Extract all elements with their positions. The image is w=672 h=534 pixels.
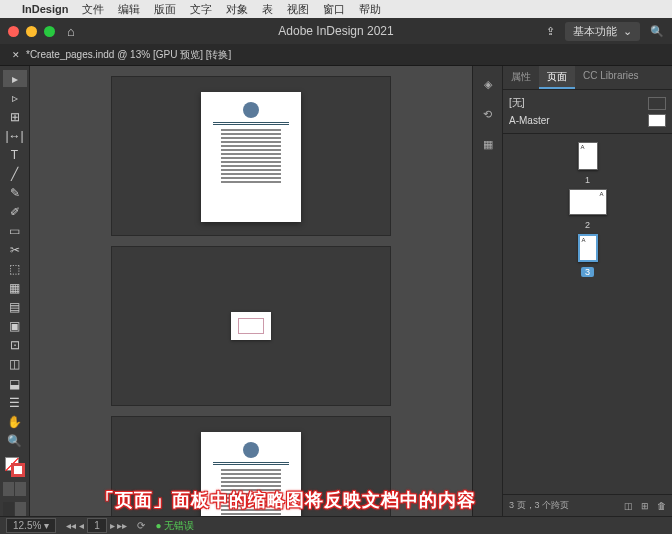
edit-page-size-icon[interactable]: ◫ bbox=[624, 501, 633, 511]
color-theme-tool[interactable]: ◫ bbox=[3, 356, 27, 373]
pencil-tool[interactable]: ✐ bbox=[3, 203, 27, 220]
menu-window[interactable]: 窗口 bbox=[323, 2, 345, 17]
pages-panel-footer: 3 页，3 个跨页 ◫ ⊞ 🗑 bbox=[503, 494, 672, 516]
stroke-swatch[interactable] bbox=[11, 463, 25, 477]
tab-properties[interactable]: 属性 bbox=[503, 66, 539, 89]
master-label: A-Master bbox=[509, 115, 550, 126]
close-window-button[interactable] bbox=[8, 26, 19, 37]
hand-tool[interactable]: ✋ bbox=[3, 413, 27, 430]
page-thumb-2[interactable]: A bbox=[569, 189, 607, 215]
zoom-tool[interactable]: 🔍 bbox=[3, 432, 27, 449]
master-none[interactable]: [无] bbox=[509, 94, 666, 112]
page-count-label: 3 页，3 个跨页 bbox=[509, 499, 569, 512]
tab-cclibraries[interactable]: CC Libraries bbox=[575, 66, 647, 89]
pages-panel: 属性 页面 CC Libraries [无] A-Master A 1 A 2 … bbox=[502, 66, 672, 516]
app-name[interactable]: InDesign bbox=[22, 3, 68, 15]
workspace-selector[interactable]: 基本功能 ⌄ bbox=[565, 22, 640, 41]
apply-gradient-button[interactable] bbox=[15, 482, 26, 496]
note-tool[interactable]: ⊡ bbox=[3, 337, 27, 354]
properties-panel-icon[interactable]: ▦ bbox=[478, 134, 498, 154]
doc-logo bbox=[243, 442, 259, 458]
master-label: [无] bbox=[509, 96, 525, 110]
document-tab-label: *Create_pages.indd @ 13% [GPU 预览] [转换] bbox=[26, 48, 231, 62]
gap-tool[interactable]: |↔| bbox=[3, 127, 27, 144]
menu-file[interactable]: 文件 bbox=[82, 2, 104, 17]
page-num-1: 1 bbox=[585, 175, 590, 185]
gradient-swatch-tool[interactable]: ▤ bbox=[3, 299, 27, 316]
delete-page-icon[interactable]: 🗑 bbox=[657, 501, 666, 511]
search-icon[interactable]: 🔍 bbox=[650, 25, 664, 38]
gradient-feather-tool[interactable]: ▣ bbox=[3, 318, 27, 335]
document-tabs: ✕ *Create_pages.indd @ 13% [GPU 预览] [转换] bbox=[0, 44, 672, 66]
apply-color-toggles bbox=[3, 482, 26, 496]
fill-stroke-swatch[interactable] bbox=[3, 457, 27, 476]
tab-pages[interactable]: 页面 bbox=[539, 66, 575, 89]
master-thumb-none bbox=[648, 97, 666, 110]
masters-section: [无] A-Master bbox=[503, 90, 672, 134]
view-mode-toggles bbox=[3, 502, 26, 516]
pen-tool[interactable]: ✎ bbox=[3, 184, 27, 201]
cc-libraries-icon[interactable]: ◈ bbox=[478, 74, 498, 94]
measure-tool[interactable]: ☰ bbox=[3, 394, 27, 411]
page-num-2: 2 bbox=[585, 220, 590, 230]
preview-view-button[interactable] bbox=[15, 502, 26, 516]
menu-view[interactable]: 视图 bbox=[287, 2, 309, 17]
menu-help[interactable]: 帮助 bbox=[359, 2, 381, 17]
main-area: ▸ ▹ ⊞ |↔| T ╱ ✎ ✐ ▭ ✂ ⬚ ▦ ▤ ▣ ⊡ ◫ ⬓ ☰ ✋ … bbox=[0, 66, 672, 516]
direct-selection-tool[interactable]: ▹ bbox=[3, 89, 27, 106]
menu-type[interactable]: 文字 bbox=[190, 2, 212, 17]
rectangle-frame-tool[interactable]: ▭ bbox=[3, 223, 27, 240]
page-nav: ◂◂ ◂ 1 ▸ ▸▸ bbox=[66, 518, 127, 533]
scissors-tool[interactable]: ✂ bbox=[3, 242, 27, 259]
status-bar: 12.5% ▾ ◂◂ ◂ 1 ▸ ▸▸ ⟳ ● 无错误 bbox=[0, 516, 672, 534]
pages-thumbnails: A 1 A 2 A 3 bbox=[503, 134, 672, 494]
menu-object[interactable]: 对象 bbox=[226, 2, 248, 17]
pages-panel-icon[interactable]: ⟲ bbox=[478, 104, 498, 124]
spread-2[interactable] bbox=[111, 246, 391, 406]
app-title: Adobe InDesign 2021 bbox=[278, 24, 393, 38]
page-num-3: 3 bbox=[581, 267, 594, 277]
document-tab[interactable]: ✕ *Create_pages.indd @ 13% [GPU 预览] [转换] bbox=[4, 48, 239, 62]
free-transform-tool[interactable]: ▦ bbox=[3, 280, 27, 297]
spread-1[interactable] bbox=[111, 76, 391, 236]
panel-dock-strip: ◈ ⟲ ▦ bbox=[472, 66, 502, 516]
maximize-window-button[interactable] bbox=[44, 26, 55, 37]
master-thumb-a bbox=[648, 114, 666, 127]
type-tool[interactable]: T bbox=[3, 146, 27, 163]
chevron-down-icon: ▾ bbox=[44, 520, 49, 531]
page-1-preview[interactable] bbox=[201, 92, 301, 222]
minimize-window-button[interactable] bbox=[26, 26, 37, 37]
tools-toolbar: ▸ ▹ ⊞ |↔| T ╱ ✎ ✐ ▭ ✂ ⬚ ▦ ▤ ▣ ⊡ ◫ ⬓ ☰ ✋ … bbox=[0, 66, 30, 516]
close-tab-icon[interactable]: ✕ bbox=[12, 50, 20, 60]
line-tool[interactable]: ╱ bbox=[3, 165, 27, 182]
panel-tabs: 属性 页面 CC Libraries bbox=[503, 66, 672, 90]
apply-color-button[interactable] bbox=[3, 482, 14, 496]
workspace-label: 基本功能 bbox=[573, 24, 617, 39]
new-page-icon[interactable]: ⊞ bbox=[641, 501, 649, 511]
last-page-button[interactable]: ▸ ▸▸ bbox=[110, 520, 128, 531]
menu-layout[interactable]: 版面 bbox=[154, 2, 176, 17]
page-thumb-1[interactable]: A bbox=[578, 142, 598, 170]
menu-edit[interactable]: 编辑 bbox=[118, 2, 140, 17]
rectangle-tool[interactable]: ⬚ bbox=[3, 261, 27, 278]
zoom-selector[interactable]: 12.5% ▾ bbox=[6, 518, 56, 533]
preflight-status[interactable]: ● 无错误 bbox=[155, 519, 194, 533]
page-thumb-3[interactable]: A bbox=[578, 234, 598, 262]
tutorial-annotation: 「页面」面板中的缩略图将反映文档中的内容 bbox=[96, 488, 476, 512]
selection-tool[interactable]: ▸ bbox=[3, 70, 27, 87]
chevron-down-icon: ⌄ bbox=[623, 25, 632, 38]
work-indicator-icon: ⟳ bbox=[137, 520, 145, 531]
doc-logo bbox=[243, 102, 259, 118]
share-icon[interactable]: ⇪ bbox=[546, 25, 555, 38]
app-titlebar: ⌂ Adobe InDesign 2021 ⇪ 基本功能 ⌄ 🔍 bbox=[0, 18, 672, 44]
master-a[interactable]: A-Master bbox=[509, 112, 666, 129]
document-canvas[interactable] bbox=[30, 66, 472, 516]
eyedropper-tool[interactable]: ⬓ bbox=[3, 375, 27, 392]
menu-table[interactable]: 表 bbox=[262, 2, 273, 17]
normal-view-button[interactable] bbox=[3, 502, 14, 516]
page-2-preview[interactable] bbox=[231, 312, 271, 340]
first-page-button[interactable]: ◂◂ ◂ bbox=[66, 520, 84, 531]
home-icon[interactable]: ⌂ bbox=[67, 24, 75, 39]
page-tool[interactable]: ⊞ bbox=[3, 108, 27, 125]
page-number-field[interactable]: 1 bbox=[87, 518, 107, 533]
